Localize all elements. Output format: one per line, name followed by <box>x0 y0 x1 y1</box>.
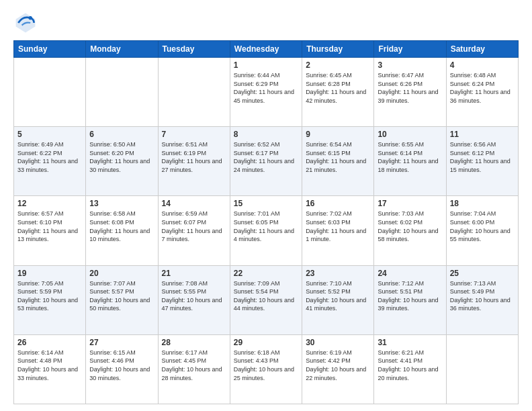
calendar-cell: 25Sunrise: 7:13 AM Sunset: 5:49 PM Dayli… <box>446 265 518 334</box>
day-info: Sunrise: 6:52 AM Sunset: 6:17 PM Dayligh… <box>234 140 298 174</box>
day-info: Sunrise: 7:03 AM Sunset: 6:02 PM Dayligh… <box>378 210 442 243</box>
day-number: 25 <box>450 269 515 278</box>
header <box>13 11 519 35</box>
day-number: 15 <box>234 199 298 208</box>
calendar-cell: 10Sunrise: 6:55 AM Sunset: 6:14 PM Dayli… <box>374 127 446 196</box>
calendar-week-1: 1Sunrise: 6:44 AM Sunset: 6:29 PM Daylig… <box>14 58 519 127</box>
logo-icon <box>13 11 38 35</box>
day-info: Sunrise: 6:59 AM Sunset: 6:07 PM Dayligh… <box>162 210 226 243</box>
day-info: Sunrise: 6:51 AM Sunset: 6:19 PM Dayligh… <box>162 140 226 174</box>
calendar-cell: 23Sunrise: 7:10 AM Sunset: 5:52 PM Dayli… <box>302 265 374 334</box>
calendar-cell <box>14 58 86 127</box>
day-info: Sunrise: 7:02 AM Sunset: 6:03 PM Dayligh… <box>306 210 370 243</box>
day-number: 17 <box>378 199 442 208</box>
calendar-cell: 30Sunrise: 6:19 AM Sunset: 4:42 PM Dayli… <box>302 334 374 404</box>
calendar-cell: 3Sunrise: 6:47 AM Sunset: 6:26 PM Daylig… <box>374 58 446 127</box>
calendar-cell <box>86 58 158 127</box>
day-info: Sunrise: 6:55 AM Sunset: 6:14 PM Dayligh… <box>378 140 442 174</box>
calendar-cell: 2Sunrise: 6:45 AM Sunset: 6:28 PM Daylig… <box>302 58 374 127</box>
svg-point-1 <box>29 16 32 19</box>
weekday-header-tuesday: Tuesday <box>158 41 230 58</box>
calendar-cell: 11Sunrise: 6:56 AM Sunset: 6:12 PM Dayli… <box>446 127 518 196</box>
day-info: Sunrise: 6:50 AM Sunset: 6:20 PM Dayligh… <box>89 140 154 174</box>
weekday-header-thursday: Thursday <box>302 41 374 58</box>
calendar-cell: 6Sunrise: 6:50 AM Sunset: 6:20 PM Daylig… <box>86 127 158 196</box>
day-number: 4 <box>450 60 515 70</box>
calendar-cell: 16Sunrise: 7:02 AM Sunset: 6:03 PM Dayli… <box>302 196 374 265</box>
day-number: 11 <box>450 130 515 139</box>
calendar-cell: 29Sunrise: 6:18 AM Sunset: 4:43 PM Dayli… <box>230 334 302 404</box>
day-number: 31 <box>378 338 442 347</box>
calendar-cell: 26Sunrise: 6:14 AM Sunset: 4:48 PM Dayli… <box>14 334 86 404</box>
day-number: 24 <box>378 269 442 278</box>
calendar-week-4: 19Sunrise: 7:05 AM Sunset: 5:59 PM Dayli… <box>14 265 519 334</box>
calendar-cell: 14Sunrise: 6:59 AM Sunset: 6:07 PM Dayli… <box>158 196 230 265</box>
calendar-cell: 17Sunrise: 7:03 AM Sunset: 6:02 PM Dayli… <box>374 196 446 265</box>
calendar-cell: 21Sunrise: 7:08 AM Sunset: 5:55 PM Dayli… <box>158 265 230 334</box>
calendar-week-5: 26Sunrise: 6:14 AM Sunset: 4:48 PM Dayli… <box>14 334 519 404</box>
day-info: Sunrise: 6:21 AM Sunset: 4:41 PM Dayligh… <box>378 349 442 382</box>
day-number: 9 <box>306 130 370 139</box>
day-number: 13 <box>89 199 154 208</box>
day-number: 16 <box>306 199 370 208</box>
day-info: Sunrise: 6:17 AM Sunset: 4:45 PM Dayligh… <box>162 349 226 382</box>
day-number: 28 <box>162 338 226 347</box>
calendar-cell: 31Sunrise: 6:21 AM Sunset: 4:41 PM Dayli… <box>374 334 446 404</box>
calendar-cell: 22Sunrise: 7:09 AM Sunset: 5:54 PM Dayli… <box>230 265 302 334</box>
day-info: Sunrise: 6:56 AM Sunset: 6:12 PM Dayligh… <box>450 140 515 174</box>
calendar-cell: 5Sunrise: 6:49 AM Sunset: 6:22 PM Daylig… <box>14 127 86 196</box>
calendar-cell: 12Sunrise: 6:57 AM Sunset: 6:10 PM Dayli… <box>14 196 86 265</box>
day-number: 21 <box>162 269 226 278</box>
calendar-cell: 1Sunrise: 6:44 AM Sunset: 6:29 PM Daylig… <box>230 58 302 127</box>
day-info: Sunrise: 6:47 AM Sunset: 6:26 PM Dayligh… <box>378 71 442 105</box>
day-info: Sunrise: 6:57 AM Sunset: 6:10 PM Dayligh… <box>17 210 82 243</box>
day-number: 18 <box>450 199 515 208</box>
calendar-cell: 7Sunrise: 6:51 AM Sunset: 6:19 PM Daylig… <box>158 127 230 196</box>
day-number: 20 <box>89 269 154 278</box>
calendar-week-3: 12Sunrise: 6:57 AM Sunset: 6:10 PM Dayli… <box>14 196 519 265</box>
day-number: 12 <box>17 199 82 208</box>
day-number: 6 <box>89 130 154 139</box>
day-number: 19 <box>17 269 82 278</box>
day-info: Sunrise: 6:49 AM Sunset: 6:22 PM Dayligh… <box>17 140 82 174</box>
day-info: Sunrise: 7:13 AM Sunset: 5:49 PM Dayligh… <box>450 279 515 313</box>
calendar-cell: 4Sunrise: 6:48 AM Sunset: 6:24 PM Daylig… <box>446 58 518 127</box>
day-number: 2 <box>306 60 370 70</box>
day-number: 26 <box>17 338 82 347</box>
day-number: 3 <box>378 60 442 70</box>
weekday-header-friday: Friday <box>374 41 446 58</box>
day-number: 29 <box>234 338 298 347</box>
day-info: Sunrise: 7:07 AM Sunset: 5:57 PM Dayligh… <box>89 279 154 313</box>
calendar-cell: 18Sunrise: 7:04 AM Sunset: 6:00 PM Dayli… <box>446 196 518 265</box>
calendar-cell: 27Sunrise: 6:15 AM Sunset: 4:46 PM Dayli… <box>86 334 158 404</box>
weekday-header-row: SundayMondayTuesdayWednesdayThursdayFrid… <box>14 41 519 58</box>
day-info: Sunrise: 7:04 AM Sunset: 6:00 PM Dayligh… <box>450 210 515 243</box>
calendar-cell: 9Sunrise: 6:54 AM Sunset: 6:15 PM Daylig… <box>302 127 374 196</box>
day-info: Sunrise: 6:15 AM Sunset: 4:46 PM Dayligh… <box>89 349 154 382</box>
day-number: 7 <box>162 130 226 139</box>
day-info: Sunrise: 6:19 AM Sunset: 4:42 PM Dayligh… <box>306 349 370 382</box>
day-number: 1 <box>234 60 298 70</box>
day-number: 14 <box>162 199 226 208</box>
day-info: Sunrise: 7:01 AM Sunset: 6:05 PM Dayligh… <box>234 210 298 243</box>
day-number: 27 <box>89 338 154 347</box>
weekday-header-saturday: Saturday <box>446 41 518 58</box>
day-info: Sunrise: 7:05 AM Sunset: 5:59 PM Dayligh… <box>17 279 82 313</box>
day-info: Sunrise: 7:10 AM Sunset: 5:52 PM Dayligh… <box>306 279 370 313</box>
calendar-cell: 20Sunrise: 7:07 AM Sunset: 5:57 PM Dayli… <box>86 265 158 334</box>
day-info: Sunrise: 6:14 AM Sunset: 4:48 PM Dayligh… <box>17 349 82 382</box>
day-info: Sunrise: 6:58 AM Sunset: 6:08 PM Dayligh… <box>89 210 154 243</box>
calendar-week-2: 5Sunrise: 6:49 AM Sunset: 6:22 PM Daylig… <box>14 127 519 196</box>
day-info: Sunrise: 6:45 AM Sunset: 6:28 PM Dayligh… <box>306 71 370 105</box>
calendar-cell <box>446 334 518 404</box>
day-info: Sunrise: 7:08 AM Sunset: 5:55 PM Dayligh… <box>162 279 226 313</box>
logo <box>13 11 42 35</box>
day-info: Sunrise: 6:48 AM Sunset: 6:24 PM Dayligh… <box>450 71 515 105</box>
page: SundayMondayTuesdayWednesdayThursdayFrid… <box>0 0 532 411</box>
calendar-cell: 8Sunrise: 6:52 AM Sunset: 6:17 PM Daylig… <box>230 127 302 196</box>
calendar-cell: 13Sunrise: 6:58 AM Sunset: 6:08 PM Dayli… <box>86 196 158 265</box>
day-info: Sunrise: 6:44 AM Sunset: 6:29 PM Dayligh… <box>234 71 298 105</box>
calendar-table: SundayMondayTuesdayWednesdayThursdayFrid… <box>13 40 519 404</box>
day-info: Sunrise: 7:09 AM Sunset: 5:54 PM Dayligh… <box>234 279 298 313</box>
calendar-cell: 15Sunrise: 7:01 AM Sunset: 6:05 PM Dayli… <box>230 196 302 265</box>
